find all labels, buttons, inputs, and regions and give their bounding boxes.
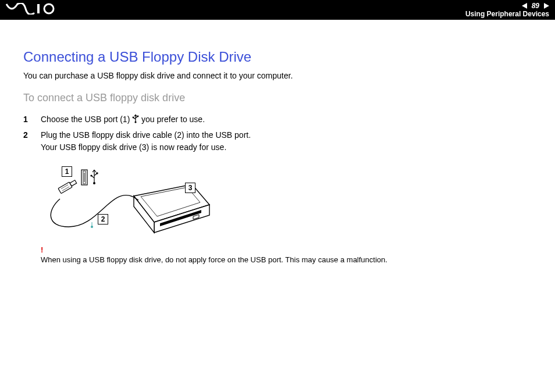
step-1: Choose the USB port (1) you prefer to us…: [23, 113, 532, 126]
diagram-callout-1: 1: [62, 166, 72, 177]
svg-rect-0: [37, 4, 40, 13]
svg-point-1: [44, 4, 54, 13]
vaio-logo-svg: [6, 3, 57, 15]
step-1-post: you prefer to use.: [139, 115, 205, 124]
page-number: 89: [532, 2, 539, 10]
diagram-callout-2: 2: [98, 214, 108, 224]
warning-icon: !: [41, 245, 532, 254]
diagram-callout-3: 3: [185, 183, 195, 193]
warning-block: ! When using a USB floppy disk drive, do…: [41, 245, 532, 264]
floppy-diagram: 1 2 3: [41, 164, 215, 240]
page-nav: 89: [522, 2, 549, 10]
step-2-text: Plug the USB floppy disk drive cable (2)…: [41, 130, 251, 152]
vaio-logo: [6, 3, 57, 17]
header-section: Using Peripheral Devices: [465, 10, 549, 18]
step-2: Plug the USB floppy disk drive cable (2)…: [23, 129, 532, 154]
page-title: Connecting a USB Floppy Disk Drive: [23, 49, 532, 65]
intro-text: You can purchase a USB floppy disk drive…: [23, 71, 532, 80]
svg-point-2: [133, 117, 134, 119]
svg-rect-12: [70, 180, 77, 186]
steps-list: Choose the USB port (1) you prefer to us…: [23, 113, 532, 154]
header-right: 89 Using Peripheral Devices: [465, 2, 549, 18]
floppy-drive-shape: [133, 184, 209, 233]
prev-page-icon[interactable]: [522, 3, 527, 9]
svg-point-10: [93, 182, 95, 184]
svg-point-4: [135, 121, 137, 123]
svg-rect-3: [137, 116, 139, 117]
next-page-icon[interactable]: [544, 3, 549, 9]
step-1-pre: Choose the USB port (1): [41, 115, 132, 124]
sub-heading: To connect a USB floppy disk drive: [23, 92, 532, 104]
warning-text: When using a USB floppy disk drive, do n…: [41, 255, 387, 264]
svg-point-16: [91, 226, 93, 228]
svg-rect-9: [96, 172, 98, 174]
svg-point-8: [90, 174, 92, 176]
usb-icon: [132, 114, 139, 123]
page-content: Connecting a USB Floppy Disk Drive You c…: [0, 20, 555, 276]
header-bar: 89 Using Peripheral Devices: [0, 0, 555, 20]
